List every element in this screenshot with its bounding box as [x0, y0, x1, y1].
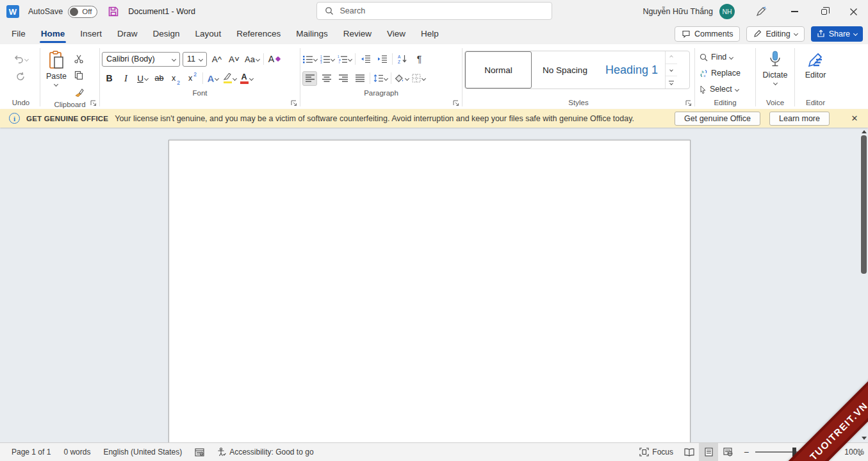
styles-gallery: Normal No Spacing Heading 1	[464, 51, 690, 89]
font-color-button[interactable]: A	[239, 71, 254, 86]
format-painter-button[interactable]	[72, 85, 86, 99]
autosave-state: Off	[82, 8, 92, 15]
accessibility-status[interactable]: Accessibility: Good to go	[211, 443, 320, 461]
zoom-out-button[interactable]: −	[742, 447, 750, 457]
tab-insert[interactable]: Insert	[72, 23, 110, 44]
pen-sparkle-icon[interactable]	[746, 0, 776, 23]
undo-button[interactable]	[13, 52, 29, 67]
styles-scroll-down[interactable]	[666, 64, 677, 77]
editing-mode-button[interactable]: Editing	[746, 26, 804, 42]
increase-indent-button[interactable]	[375, 52, 389, 67]
clipboard-dialog-launcher[interactable]	[90, 100, 97, 106]
bold-button[interactable]: B	[102, 71, 117, 86]
focus-button[interactable]: Focus	[633, 443, 680, 461]
copy-button[interactable]	[72, 68, 86, 83]
styles-more-button[interactable]	[666, 76, 677, 88]
multilevel-list-button[interactable]: 1ai	[337, 52, 352, 67]
show-formatting-button[interactable]: ¶	[412, 52, 427, 67]
tab-design[interactable]: Design	[145, 23, 188, 44]
web-layout-button[interactable]	[718, 443, 737, 461]
tab-layout[interactable]: Layout	[188, 23, 229, 44]
text-effects-button[interactable]: A	[206, 71, 220, 86]
tab-references[interactable]: References	[229, 23, 288, 44]
paragraph-dialog-launcher[interactable]	[453, 100, 459, 106]
numbering-button[interactable]: 123	[320, 52, 335, 67]
paste-button[interactable]: Paste	[42, 47, 70, 99]
print-layout-button[interactable]	[699, 443, 718, 461]
word-count[interactable]: 0 words	[57, 443, 97, 461]
grow-font-button[interactable]: A^	[209, 52, 224, 67]
banner-close-icon[interactable]: ✕	[849, 113, 860, 123]
minimize-button[interactable]	[780, 0, 809, 23]
restore-button[interactable]	[809, 0, 839, 23]
search-input[interactable]: Search	[316, 2, 552, 20]
font-dialog-launcher[interactable]	[291, 100, 297, 106]
style-heading-1[interactable]: Heading 1	[598, 51, 665, 88]
line-spacing-button[interactable]	[373, 71, 388, 86]
select-button[interactable]: Select	[697, 82, 753, 96]
styles-scroll-up[interactable]	[666, 51, 677, 64]
word-app-icon[interactable]: W	[6, 5, 19, 18]
cut-button[interactable]	[72, 51, 86, 66]
italic-button[interactable]: I	[119, 71, 133, 86]
autosave-toggle[interactable]: Off	[68, 6, 97, 18]
tab-review[interactable]: Review	[336, 23, 379, 44]
borders-button[interactable]	[411, 71, 426, 86]
align-right-button[interactable]	[336, 71, 350, 86]
svg-text:i: i	[339, 61, 340, 63]
learn-more-button[interactable]: Learn more	[769, 112, 830, 126]
highlight-button[interactable]	[222, 71, 237, 86]
tab-home[interactable]: Home	[33, 23, 73, 44]
tab-view[interactable]: View	[379, 23, 413, 44]
tab-draw[interactable]: Draw	[110, 23, 145, 44]
replace-button[interactable]: bc Replace	[697, 66, 753, 80]
justify-button[interactable]	[352, 71, 367, 86]
style-normal[interactable]: Normal	[465, 51, 532, 88]
shrink-font-button[interactable]: A˅	[227, 52, 242, 67]
collapse-ribbon-button[interactable]	[858, 448, 862, 457]
page-count[interactable]: Page 1 of 1	[5, 443, 57, 461]
scroll-down-icon[interactable]	[862, 437, 867, 440]
save-icon[interactable]	[108, 6, 119, 17]
sort-button[interactable]: AZ	[395, 52, 410, 67]
select-label: Select	[710, 85, 732, 94]
read-mode-icon	[684, 448, 694, 457]
strikethrough-button[interactable]: ab	[152, 71, 167, 86]
document-title[interactable]: Document1 - Word	[128, 7, 195, 16]
scroll-up-icon[interactable]	[862, 130, 867, 133]
proofing-status-button[interactable]	[188, 443, 211, 461]
read-mode-button[interactable]	[680, 443, 699, 461]
subscript-button[interactable]: x2	[168, 71, 183, 86]
underline-button[interactable]: U	[135, 71, 150, 86]
tab-file[interactable]: File	[4, 23, 33, 44]
share-label: Share	[829, 29, 850, 38]
user-name[interactable]: Nguyễn Hữu Thắng	[643, 7, 713, 16]
redo-button[interactable]	[13, 69, 28, 84]
tab-help[interactable]: Help	[413, 23, 446, 44]
style-no-spacing[interactable]: No Spacing	[532, 51, 598, 88]
styles-dialog-launcher[interactable]	[685, 100, 692, 106]
align-center-button[interactable]	[319, 71, 334, 86]
comments-button[interactable]: Comments	[675, 26, 740, 42]
shading-button[interactable]	[394, 71, 409, 86]
share-button[interactable]: Share	[811, 26, 863, 42]
change-case-button[interactable]: Aa	[244, 52, 260, 67]
user-avatar[interactable]: NH	[719, 4, 735, 19]
find-button[interactable]: Find	[697, 50, 753, 64]
bullets-button[interactable]	[302, 52, 318, 67]
clear-formatting-button[interactable]: A	[267, 52, 282, 67]
chevron-down-icon	[233, 76, 237, 80]
editor-button[interactable]: Editor	[801, 47, 830, 96]
font-size-select[interactable]: 11	[183, 52, 207, 67]
document-page[interactable]	[168, 140, 691, 442]
scrollbar-thumb[interactable]	[861, 135, 867, 274]
tab-mailings[interactable]: Mailings	[288, 23, 336, 44]
superscript-button[interactable]: x2	[185, 71, 200, 86]
get-genuine-office-button[interactable]: Get genuine Office	[675, 112, 760, 126]
close-button[interactable]	[839, 0, 868, 23]
decrease-indent-button[interactable]	[358, 52, 373, 67]
language-indicator[interactable]: English (United States)	[97, 443, 188, 461]
dictate-button[interactable]: Dictate	[759, 47, 792, 96]
align-left-button[interactable]	[302, 71, 317, 86]
font-name-select[interactable]: Calibri (Body)	[102, 52, 180, 67]
